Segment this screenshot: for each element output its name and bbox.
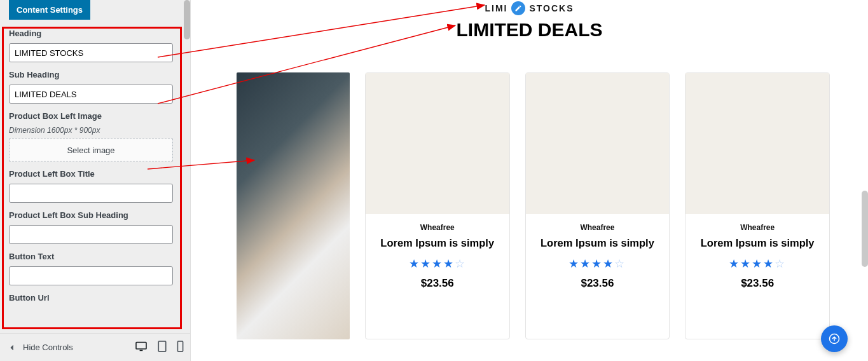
section-big-heading: LIMITED DEALS — [191, 19, 868, 41]
product-brand: Wheafree — [691, 223, 824, 232]
small-heading-right: STOCKS — [529, 3, 574, 13]
product-rating: ★★★★☆ — [691, 257, 824, 271]
left-box-image-placeholder — [237, 72, 350, 339]
button-text-label: Button Text — [9, 252, 180, 261]
arrow-up-icon — [829, 333, 840, 344]
edit-pencil-icon[interactable] — [511, 1, 525, 15]
section-small-heading[interactable]: LIMI STOCKS — [485, 1, 574, 15]
product-rating: ★★★★☆ — [531, 257, 665, 271]
left-image-label: Product Box Left Image — [9, 111, 180, 121]
select-image-button[interactable]: Select image — [9, 139, 173, 161]
chevron-left-icon — [6, 343, 18, 352]
heading-input[interactable] — [9, 43, 173, 62]
product-title: Lorem Ipsum is simply — [371, 237, 504, 249]
product-image — [685, 73, 829, 214]
product-price: $23.56 — [691, 277, 824, 290]
tablet-preview-icon[interactable] — [158, 341, 167, 355]
customizer-footer: Hide Controls — [0, 333, 190, 361]
svg-rect-2 — [158, 341, 165, 351]
product-card[interactable]: 21% off Wheafree Lorem Ipsum is simply ★… — [525, 72, 670, 339]
product-image — [526, 73, 670, 214]
svg-rect-0 — [136, 342, 146, 348]
subheading-label: Sub Heading — [9, 70, 180, 79]
desktop-preview-icon[interactable] — [135, 341, 148, 354]
product-image — [366, 73, 509, 214]
product-left-box — [237, 72, 350, 339]
hide-controls-button[interactable]: Hide Controls — [6, 343, 73, 352]
left-sub-label: Product Left Box Sub Heading — [9, 210, 180, 220]
preview-scrollbar[interactable] — [862, 191, 868, 267]
left-sub-input[interactable] — [9, 225, 173, 244]
product-brand: Wheafree — [531, 223, 665, 232]
product-price: $23.56 — [531, 277, 665, 290]
customizer-panel: Content Settings Heading Sub Heading Pro… — [0, 0, 191, 361]
site-preview: LIMI STOCKS LIMITED DEALS Wheafree Lorem… — [191, 0, 868, 361]
left-title-input[interactable] — [9, 184, 173, 203]
hide-controls-label: Hide Controls — [23, 343, 73, 352]
product-price: $23.56 — [371, 277, 504, 290]
product-card[interactable]: Wheafree Lorem Ipsum is simply ★★★★☆ $23… — [685, 72, 830, 339]
product-title: Lorem Ipsum is simply — [531, 237, 665, 249]
left-title-label: Product Left Box Title — [9, 169, 180, 179]
product-brand: Wheafree — [371, 223, 504, 232]
small-heading-left: LIMI — [485, 3, 507, 13]
subheading-input[interactable] — [9, 85, 173, 104]
button-text-input[interactable] — [9, 266, 173, 285]
content-settings-button[interactable]: Content Settings — [9, 0, 90, 20]
button-url-label: Button Url — [9, 293, 180, 303]
scroll-top-button[interactable] — [821, 325, 848, 352]
product-card[interactable]: Wheafree Lorem Ipsum is simply ★★★★☆ $23… — [365, 72, 510, 339]
product-rating: ★★★★☆ — [371, 257, 504, 271]
svg-rect-3 — [177, 341, 183, 351]
svg-rect-1 — [140, 350, 143, 351]
heading-label: Heading — [9, 29, 180, 38]
left-image-hint: Dimension 1600px * 900px — [9, 126, 180, 135]
product-title: Lorem Ipsum is simply — [691, 237, 824, 249]
mobile-preview-icon[interactable] — [177, 341, 184, 355]
